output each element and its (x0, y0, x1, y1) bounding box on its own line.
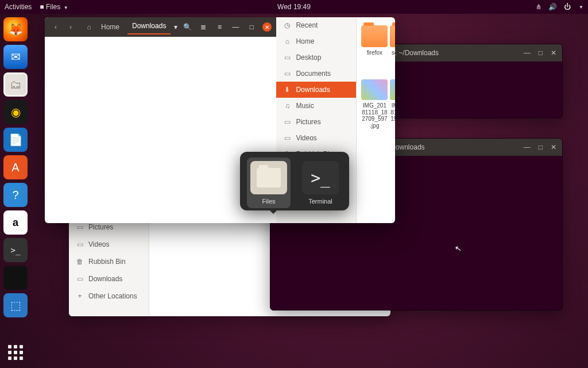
videos-icon: ▭ (76, 240, 84, 248)
dock-software[interactable]: A (3, 155, 28, 179)
breadcrumb-home[interactable]: Home (96, 21, 124, 33)
desktop-icon: ▭ (283, 53, 291, 62)
file-item[interactable]: screenshots (389, 24, 395, 76)
dock: 🦊 ✉ 🗂 ◉ 📄 A ? a >_ ⬚ (0, 14, 31, 368)
breadcrumb: ⌂ Home Downloads ▾ (85, 20, 177, 34)
close-button[interactable]: ✕ (551, 143, 556, 151)
maximize-button[interactable]: □ (246, 22, 257, 32)
chevron-down-icon[interactable]: ▼ (579, 5, 583, 10)
documents-icon: ▭ (283, 70, 291, 78)
sidebar-item-videos[interactable]: ▭Videos (276, 130, 356, 146)
plus-icon: + (76, 292, 84, 300)
volume-icon[interactable]: 🔊 (548, 3, 557, 11)
dock-libreoffice[interactable]: 📄 (3, 128, 28, 152)
file-item[interactable]: IMG_20181118_182709_597.jpg (360, 78, 389, 130)
sidebar-item-other[interactable]: +Other Locations (69, 288, 149, 305)
maximize-button[interactable]: □ (539, 49, 543, 57)
switcher-arrow-icon (270, 210, 277, 214)
switcher-item-terminal[interactable]: >_ Terminal (299, 158, 342, 208)
breadcrumb-current[interactable]: Downloads (127, 20, 171, 34)
maximize-button[interactable]: □ (539, 143, 543, 151)
downloads-icon: ⬇ (283, 86, 291, 94)
clock-icon: ◷ (283, 21, 291, 29)
minimize-button[interactable]: — (524, 143, 531, 151)
file-label: IMG_20181027_141944_612.jpg (390, 102, 395, 129)
switcher-item-files[interactable]: Files (247, 158, 291, 208)
dock-terminal[interactable]: >_ (3, 238, 28, 262)
minimize-button[interactable]: — (230, 22, 241, 32)
close-button[interactable]: ✕ (262, 22, 272, 32)
sidebar-item-rubbish[interactable]: 🗑Rubbish Bin (69, 253, 149, 270)
system-status-area[interactable]: ⋔ 🔊 ⏻ ▼ (536, 3, 583, 11)
dock-firefox[interactable]: 🦊 (3, 17, 28, 41)
pictures-icon: ▭ (76, 223, 84, 231)
alt-tab-switcher[interactable]: Files >_ Terminal (240, 152, 349, 210)
dock-rhythmbox[interactable]: ◉ (3, 100, 28, 124)
switcher-label: Terminal (308, 198, 332, 205)
clock[interactable]: Wed 19:49 (277, 3, 311, 11)
minimize-button[interactable]: — (524, 49, 531, 57)
dock-files[interactable]: 🗂 (3, 72, 28, 97)
dock-tweaks[interactable] (3, 266, 28, 290)
file-label: firefox (367, 49, 382, 56)
home-icon: ⌂ (85, 23, 93, 31)
forward-button[interactable]: › (64, 21, 77, 33)
folder-icon (390, 25, 395, 47)
file-label: screenshots (390, 49, 395, 63)
back-button[interactable]: ‹ (49, 21, 62, 33)
top-panel: Activities ■ Files ▼ Wed 19:49 ⋔ 🔊 ⏻ ▼ (0, 0, 588, 14)
search-icon: 🔍 (183, 23, 192, 31)
dock-help[interactable]: ? (3, 183, 28, 207)
power-icon[interactable]: ⏻ (564, 3, 571, 11)
videos-icon: ▭ (283, 134, 291, 142)
files-content[interactable]: firefoxscreenshotsgsconnect@andyholmes.g… (357, 17, 395, 223)
view-list-button[interactable]: ≣ (198, 22, 208, 32)
dock-amazon[interactable]: a (3, 210, 28, 235)
file-item[interactable]: firefox (360, 24, 389, 76)
trash-icon: 🗑 (76, 258, 84, 266)
pictures-icon: ▭ (283, 118, 291, 126)
sidebar-item-music[interactable]: ♫Music (276, 98, 356, 114)
home-icon: ⌂ (283, 37, 291, 45)
sidebar-item-downloads[interactable]: ⬇Downloads (276, 82, 356, 98)
view-menu-button[interactable]: ≡ (214, 22, 225, 32)
switcher-label: Files (262, 198, 275, 205)
sidebar-item-downloads[interactable]: ▭Downloads (69, 270, 149, 288)
img-icon (390, 79, 395, 100)
network-icon[interactable]: ⋔ (536, 3, 541, 11)
sidebar-item-pictures[interactable]: ▭Pictures (276, 114, 356, 130)
sidebar-item-desktop[interactable]: ▭Desktop (276, 49, 356, 66)
mouse-cursor: ↖ (454, 243, 463, 254)
files-headerbar: ‹ › ⌂ Home Downloads ▾ 🔍 ≣ ≡ — □ ✕ (45, 17, 276, 37)
dock-thunderbird[interactable]: ✉ (3, 45, 28, 69)
list-icon: ≣ (200, 23, 206, 31)
img-icon (361, 79, 388, 100)
file-label: IMG_20181118_182709_597.jpg (361, 102, 388, 129)
close-button[interactable]: ✕ (551, 49, 556, 57)
terminal-app-icon: >_ (302, 161, 339, 194)
music-icon: ♫ (283, 102, 291, 110)
sidebar-item-documents[interactable]: ▭Documents (276, 66, 356, 82)
file-item[interactable]: IMG_20181027_141944_612.jpg (389, 78, 395, 130)
dock-screenshot[interactable]: ⬚ (3, 293, 28, 317)
search-button[interactable]: 🔍 (182, 22, 192, 32)
sidebar-item-home[interactable]: ⌂Home (276, 33, 356, 49)
folder-icon (361, 25, 388, 47)
downloads-icon: ▭ (76, 275, 84, 283)
sidebar-item-recent[interactable]: ◷Recent (276, 17, 356, 33)
sidebar-item-videos[interactable]: ▭Videos (69, 236, 149, 253)
activities-button[interactable]: Activities (5, 3, 32, 11)
app-menu[interactable]: ■ Files ▼ (40, 3, 68, 11)
files-app-icon (250, 161, 287, 194)
menu-icon: ≡ (218, 23, 222, 31)
